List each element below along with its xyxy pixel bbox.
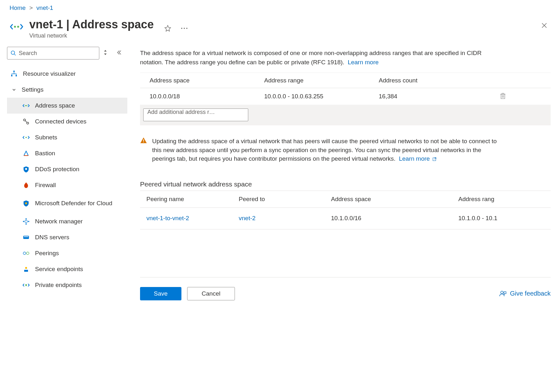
peered-to-link[interactable]: vnet-2 [239,215,331,222]
sort-toggle-icon[interactable] [103,49,108,57]
nav-label: Firewall [35,182,56,189]
save-button[interactable]: Save [140,287,181,300]
svg-rect-25 [24,236,28,237]
collapse-sidebar-icon[interactable] [116,50,122,57]
feedback-icon [499,290,507,298]
nav-label: DDoS protection [35,166,79,173]
nav-firewall[interactable]: Firewall [7,177,127,193]
ddos-shield-icon [22,165,30,173]
peered-row: vnet-1-to-vnet-2 vnet-2 10.1.0.0/16 10.1… [140,208,551,229]
nav-connected-devices[interactable]: Connected devices [7,114,127,130]
breadcrumb-home[interactable]: Home [10,4,26,11]
warning-text: Updating the address space of a virtual … [152,138,497,162]
close-icon[interactable] [541,21,547,31]
private-endpoints-icon [22,281,30,289]
nav-bastion[interactable]: Bastion [7,145,127,161]
breadcrumb-resource[interactable]: vnet-1 [36,4,53,11]
peer-range-cell: 10.1.0.0 - 10.1 [458,215,522,222]
address-row: 10.0.0.0/18 10.0.0.0 - 10.0.63.255 16,38… [140,88,551,105]
nav-ddos-protection[interactable]: DDoS protection [7,161,127,177]
peer-space-cell: 10.1.0.0/16 [331,215,458,222]
cell-space: 10.0.0.0/18 [150,93,264,100]
svg-line-14 [25,121,27,122]
resource-visualizer-icon [10,70,18,78]
description-body: The address space for a virtual network … [140,50,482,66]
col-peer-space: Address space [331,196,458,203]
main-content: The address space for a virtual network … [127,46,557,300]
peered-section-title: Peered virtual network address space [140,180,551,188]
give-feedback-link[interactable]: Give feedback [499,290,551,298]
service-endpoints-icon [22,265,30,273]
col-peering-name: Peering name [146,196,239,203]
svg-point-15 [25,137,27,138]
svg-point-1 [17,26,19,28]
svg-line-6 [14,54,16,55]
address-space-icon [22,102,30,109]
nav-label: Resource visualizer [23,70,76,77]
nav-address-space[interactable]: Address space [7,98,127,114]
svg-rect-9 [16,75,17,76]
nav-label: DNS servers [35,234,69,241]
peering-name-link[interactable]: vnet-1-to-vnet-2 [146,215,239,222]
cell-range: 10.0.0.0 - 10.0.63.255 [264,93,379,100]
nav-section-label: Settings [22,86,44,93]
svg-rect-37 [143,139,144,141]
nav-subnets[interactable]: Subnets [7,130,127,145]
nav-label: Service endpoints [35,266,83,273]
warning-learn-more-link[interactable]: Learn more [399,155,436,162]
col-address-count: Address count [379,77,493,84]
page-title: vnet-1 | Address space [29,18,154,31]
nav-label: Connected devices [35,118,87,125]
svg-point-28 [25,267,27,269]
defender-shield-icon [22,200,30,207]
nav-private-endpoints[interactable]: Private endpoints [7,277,127,293]
svg-point-19 [25,220,27,223]
svg-rect-24 [23,236,29,239]
svg-rect-7 [13,71,15,72]
peered-table: Peering name Peered to Address space Add… [140,191,551,229]
network-manager-icon [22,218,30,225]
more-ellipsis-icon[interactable] [180,24,189,33]
nav-label: Microsoft Defender for Cloud [35,200,112,207]
add-address-row: Add additional address r… [140,105,551,125]
nav-dns-servers[interactable]: DNS servers [7,229,127,245]
svg-point-11 [26,105,27,106]
svg-rect-36 [502,93,504,94]
add-address-input[interactable]: Add additional address r… [143,108,248,121]
page-subtitle: Virtual network [29,32,541,39]
svg-point-10 [25,105,26,106]
nav-section-settings[interactable]: Settings [7,82,127,98]
breadcrumb-separator: > [29,4,33,11]
nav-label: Network manager [35,218,83,225]
col-address-space: Address space [150,77,264,84]
connected-devices-icon [22,118,30,125]
svg-point-17 [25,168,27,170]
nav-network-manager[interactable]: Network manager [7,214,127,229]
search-input[interactable]: Search [7,47,99,60]
nav-service-endpoints[interactable]: Service endpoints [7,261,127,277]
nav-resource-visualizer[interactable]: Resource visualizer [7,66,127,82]
col-address-range: Address range [264,77,379,84]
svg-rect-38 [143,142,144,143]
svg-point-22 [25,223,27,225]
nav-peerings[interactable]: Peerings [7,245,127,261]
footer-bar: Save Cancel Give feedback [140,277,551,300]
dns-icon [22,234,30,241]
nav-label: Address space [35,102,75,109]
subnets-icon [22,134,30,141]
delete-row-icon[interactable] [493,93,512,101]
learn-more-link[interactable]: Learn more [348,59,378,66]
breadcrumb: Home > vnet-1 [0,0,557,15]
favorite-star-icon[interactable] [163,24,172,33]
warning-icon [140,137,147,163]
cancel-button[interactable]: Cancel [187,287,235,300]
svg-point-3 [184,28,185,29]
nav-label: Private endpoints [35,282,82,289]
warning-banner: Updating the address space of a virtual … [140,137,551,163]
nav-defender[interactable]: Microsoft Defender for Cloud [7,193,127,214]
description-text: The address space for a virtual network … [140,49,493,67]
svg-point-18 [25,202,27,204]
feedback-label: Give feedback [510,290,551,297]
nav-label: Subnets [35,134,57,141]
svg-point-4 [186,28,187,29]
